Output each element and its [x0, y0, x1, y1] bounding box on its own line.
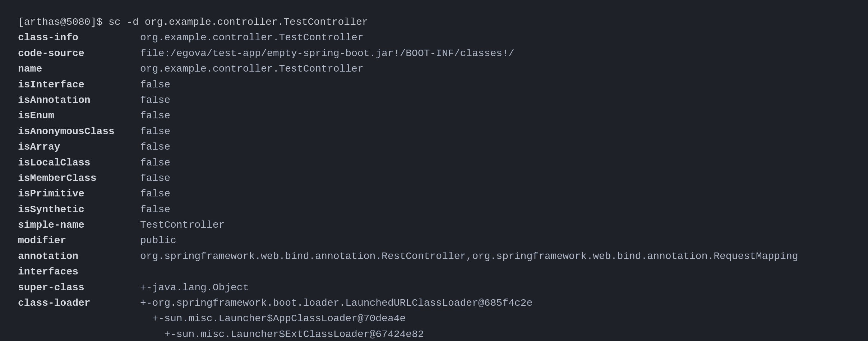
row-key: isAnonymousClass	[18, 124, 140, 139]
row-key: simple-name	[18, 217, 140, 233]
prompt-text: [arthas@5080]$ sc -d org.example.control…	[18, 14, 368, 30]
row-key: super-class	[18, 280, 140, 295]
row-value: false	[140, 124, 170, 139]
row-value: org.example.controller.TestController	[140, 30, 364, 45]
row-key: class-loader	[18, 295, 140, 311]
row-key: code-source	[18, 46, 140, 61]
row-value: +-org.springframework.boot.loader.Launch…	[140, 295, 532, 311]
row-key: class-info	[18, 30, 140, 45]
row-value: false	[140, 108, 170, 123]
row-value: file:/egova/test-app/empty-spring-boot.j…	[140, 46, 514, 61]
row-value: +-sun.misc.Launcher$ExtClassLoader@67424…	[140, 327, 424, 341]
row-key: isMemberClass	[18, 170, 140, 186]
row-value: false	[140, 155, 170, 170]
row-key: isLocalClass	[18, 155, 140, 170]
row-key: modifier	[18, 233, 140, 248]
row-key: annotation	[18, 249, 140, 264]
table-row: class-loader +-org.springframework.boot.…	[18, 295, 850, 311]
row-value: org.example.controller.TestController	[140, 61, 364, 77]
table-row: isLocalClass false	[18, 155, 850, 170]
table-row: isEnum false	[18, 108, 850, 123]
row-value: +-sun.misc.Launcher$AppClassLoader@70dea…	[140, 311, 406, 326]
table-row: name org.example.controller.TestControll…	[18, 61, 850, 77]
row-value: +-java.lang.Object	[140, 280, 249, 295]
table-row: super-class +-java.lang.Object	[18, 280, 850, 295]
row-key: name	[18, 61, 140, 77]
row-key	[18, 327, 140, 341]
row-value: false	[140, 139, 170, 155]
prompt-line: [arthas@5080]$ sc -d org.example.control…	[18, 14, 850, 30]
row-value: false	[140, 170, 170, 186]
row-key: isEnum	[18, 108, 140, 123]
table-row: modifier public	[18, 233, 850, 248]
table-row: annotation org.springframework.web.bind.…	[18, 249, 850, 264]
row-value: false	[140, 202, 170, 217]
row-key: isArray	[18, 139, 140, 155]
table-row: isPrimitive false	[18, 186, 850, 201]
row-value: false	[140, 77, 170, 92]
table-row: isArray false	[18, 139, 850, 155]
table-row: +-sun.misc.Launcher$ExtClassLoader@67424…	[18, 327, 850, 341]
row-key	[18, 311, 140, 326]
row-value: false	[140, 186, 170, 201]
table-row: code-source file:/egova/test-app/empty-s…	[18, 46, 850, 61]
table-row: class-info org.example.controller.TestCo…	[18, 30, 850, 45]
table-row: simple-name TestController	[18, 217, 850, 233]
terminal: [arthas@5080]$ sc -d org.example.control…	[18, 14, 850, 341]
row-key: interfaces	[18, 264, 140, 279]
table-row: isAnnotation false	[18, 92, 850, 108]
table-row: +-sun.misc.Launcher$AppClassLoader@70dea…	[18, 311, 850, 326]
row-value: false	[140, 92, 170, 108]
table-row: isMemberClass false	[18, 170, 850, 186]
row-value: TestController	[140, 217, 225, 233]
output-rows: class-info org.example.controller.TestCo…	[18, 30, 850, 341]
row-value: org.springframework.web.bind.annotation.…	[140, 249, 798, 264]
table-row: isInterface false	[18, 77, 850, 92]
row-key: isAnnotation	[18, 92, 140, 108]
row-value: public	[140, 233, 176, 248]
table-row: interfaces	[18, 264, 850, 279]
row-key: isPrimitive	[18, 186, 140, 201]
row-key: isInterface	[18, 77, 140, 92]
table-row: isSynthetic false	[18, 202, 850, 217]
table-row: isAnonymousClass false	[18, 124, 850, 139]
row-key: isSynthetic	[18, 202, 140, 217]
